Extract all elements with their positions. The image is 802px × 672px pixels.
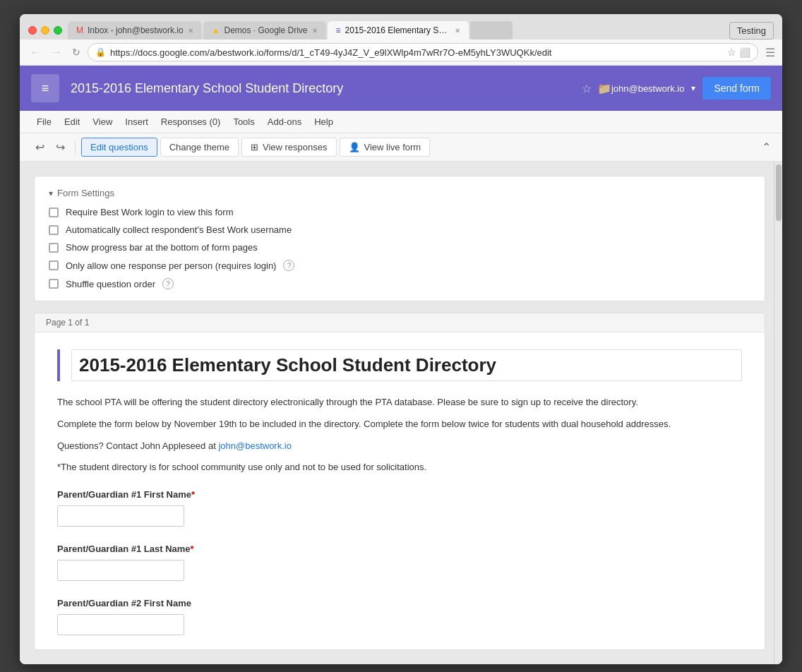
form-description-2: Complete the form below by November 19th… bbox=[57, 417, 742, 432]
close-button[interactable] bbox=[28, 26, 37, 35]
settings-checkbox-1[interactable] bbox=[49, 225, 59, 235]
change-theme-button[interactable]: Change theme bbox=[160, 138, 239, 157]
main-content: ▾ Form Settings Require Best Work login … bbox=[20, 162, 782, 664]
settings-checkbox-4[interactable] bbox=[49, 279, 59, 289]
user-dropdown-icon[interactable]: ▾ bbox=[691, 83, 695, 93]
maximize-button[interactable] bbox=[54, 26, 62, 35]
collapse-button[interactable]: ⌃ bbox=[762, 140, 771, 154]
refresh-button[interactable]: ↻ bbox=[69, 45, 83, 59]
menu-addons[interactable]: Add-ons bbox=[262, 114, 307, 130]
nav-bar: ← → ↻ 🔒 https://docs.google.com/a/bestwo… bbox=[20, 40, 782, 66]
view-responses-label: View responses bbox=[263, 142, 328, 152]
field-required-1: * bbox=[191, 544, 194, 554]
form-settings-panel: ▾ Form Settings Require Best Work login … bbox=[34, 176, 765, 301]
menu-insert[interactable]: Insert bbox=[119, 114, 154, 130]
bookmark-icon[interactable]: ☆ bbox=[727, 47, 736, 58]
field-input-1[interactable] bbox=[57, 560, 184, 581]
field-label-0: Parent/Guardian #1 First Name* bbox=[57, 489, 742, 500]
tab-forms-close[interactable]: ✕ bbox=[455, 27, 460, 35]
form-title-block bbox=[57, 349, 742, 381]
settings-toggle-icon: ▾ bbox=[49, 188, 53, 198]
tab-gmail[interactable]: M Inbox - john@bestwork.io ✕ bbox=[68, 21, 202, 40]
forward-button[interactable]: → bbox=[48, 44, 65, 60]
menu-file[interactable]: File bbox=[31, 114, 57, 130]
undo-button[interactable]: ↩ bbox=[31, 138, 49, 157]
toolbar-separator bbox=[75, 140, 76, 155]
traffic-lights bbox=[28, 26, 62, 35]
settings-item-2: Show progress bar at the bottom of form … bbox=[49, 242, 750, 253]
settings-checkbox-2[interactable] bbox=[49, 243, 59, 253]
page-label: Page 1 of 1 bbox=[35, 313, 765, 332]
back-button[interactable]: ← bbox=[27, 44, 44, 60]
contact-email-link[interactable]: john@bestwork.io bbox=[218, 440, 292, 451]
tab-drive[interactable]: ▲ Demos · Google Drive ✕ bbox=[203, 21, 326, 40]
user-area: john@bestwork.io ▾ Send form bbox=[611, 77, 771, 100]
settings-item-3: Only allow one response per person (requ… bbox=[49, 260, 750, 271]
menu-edit[interactable]: Edit bbox=[59, 114, 85, 130]
form-description-3: Questions? Contact John Appleseed at joh… bbox=[57, 439, 742, 454]
tab-gmail-label: Inbox - john@bestwork.io bbox=[88, 25, 184, 35]
form-description-1: The school PTA will be offering the stud… bbox=[57, 395, 742, 410]
tab-forms-label: 2015-2016 Elementary Sc… bbox=[345, 25, 450, 35]
form-settings-header[interactable]: ▾ Form Settings bbox=[49, 188, 750, 198]
view-live-form-button[interactable]: 👤 View live form bbox=[340, 138, 431, 157]
settings-item-4: Shuffle question order ? bbox=[49, 278, 750, 289]
app-title: 2015-2016 Elementary School Student Dire… bbox=[71, 81, 582, 96]
form-page-content: The school PTA will be offering the stud… bbox=[35, 332, 765, 650]
edit-questions-button[interactable]: Edit questions bbox=[81, 138, 157, 157]
app-header: ≡ 2015-2016 Elementary School Student Di… bbox=[20, 66, 782, 111]
menu-responses[interactable]: Responses (0) bbox=[155, 114, 227, 130]
help-icon-4[interactable]: ? bbox=[162, 278, 174, 289]
field-label-2: Parent/Guardian #2 First Name bbox=[57, 598, 742, 608]
url-bar[interactable]: 🔒 https://docs.google.com/a/bestwork.io/… bbox=[88, 43, 758, 61]
drive-icon: ▲ bbox=[212, 25, 220, 35]
menu-view[interactable]: View bbox=[87, 114, 118, 130]
field-input-2[interactable] bbox=[57, 614, 184, 635]
menu-bar: File Edit View Insert Responses (0) Tool… bbox=[20, 111, 782, 133]
lock-icon: 🔒 bbox=[95, 47, 106, 57]
scrollbar-thumb[interactable] bbox=[776, 164, 782, 221]
testing-badge: Testing bbox=[729, 22, 774, 40]
gmail-icon: M bbox=[76, 25, 83, 35]
settings-item-1: Automatically collect respondent's Best … bbox=[49, 224, 750, 235]
form-title-input[interactable] bbox=[71, 349, 742, 381]
app-title-icons: ☆ 📁 bbox=[582, 82, 611, 95]
new-tab-input[interactable] bbox=[470, 21, 513, 40]
field-required-0: * bbox=[191, 489, 195, 500]
help-icon-3[interactable]: ? bbox=[283, 260, 294, 271]
browser-body: ▾ Form Settings Require Best Work login … bbox=[20, 162, 782, 664]
view-live-form-label: View live form bbox=[364, 142, 421, 152]
tab-forms[interactable]: ≡ 2015-2016 Elementary Sc… ✕ bbox=[328, 21, 469, 40]
logo-icon: ≡ bbox=[42, 81, 49, 96]
forms-icon: ≡ bbox=[336, 25, 341, 35]
settings-label-1: Automatically collect respondent's Best … bbox=[66, 224, 292, 235]
menu-tools[interactable]: Tools bbox=[227, 114, 260, 130]
settings-checkbox-3[interactable] bbox=[49, 260, 59, 270]
tabs-bar: M Inbox - john@bestwork.io ✕ ▲ Demos · G… bbox=[68, 21, 724, 40]
form-description-4: *The student directory is for school com… bbox=[57, 460, 742, 475]
scrollbar[interactable] bbox=[774, 162, 782, 664]
settings-label-3: Only allow one response per person (requ… bbox=[66, 260, 276, 271]
tab-drive-close[interactable]: ✕ bbox=[312, 27, 318, 35]
folder-icon[interactable]: 📁 bbox=[597, 82, 611, 95]
star-icon[interactable]: ☆ bbox=[582, 82, 592, 95]
form-field-0: Parent/Guardian #1 First Name* bbox=[57, 489, 742, 527]
tab-gmail-close[interactable]: ✕ bbox=[188, 27, 193, 35]
app-logo: ≡ bbox=[31, 74, 59, 102]
send-form-button[interactable]: Send form bbox=[702, 77, 771, 100]
title-bar: M Inbox - john@bestwork.io ✕ ▲ Demos · G… bbox=[20, 14, 782, 40]
view-responses-button[interactable]: ⊞ View responses bbox=[241, 138, 337, 157]
field-input-0[interactable] bbox=[57, 505, 184, 527]
view-responses-icon: ⊞ bbox=[251, 142, 258, 152]
minimize-button[interactable] bbox=[41, 26, 49, 35]
redo-button[interactable]: ↪ bbox=[52, 138, 69, 157]
menu-help[interactable]: Help bbox=[309, 114, 339, 130]
settings-label-4: Shuffle question order bbox=[66, 279, 155, 289]
view-live-form-icon: 👤 bbox=[349, 142, 360, 152]
form-page-container: Page 1 of 1 The school PTA will be offer… bbox=[34, 313, 765, 650]
user-email: john@bestwork.io bbox=[611, 83, 685, 94]
tab-drive-label: Demos · Google Drive bbox=[224, 25, 307, 35]
browser-menu-icon[interactable]: ☰ bbox=[765, 46, 775, 59]
settings-checkbox-0[interactable] bbox=[49, 208, 59, 217]
screencast-icon[interactable]: ⬜ bbox=[739, 47, 750, 58]
